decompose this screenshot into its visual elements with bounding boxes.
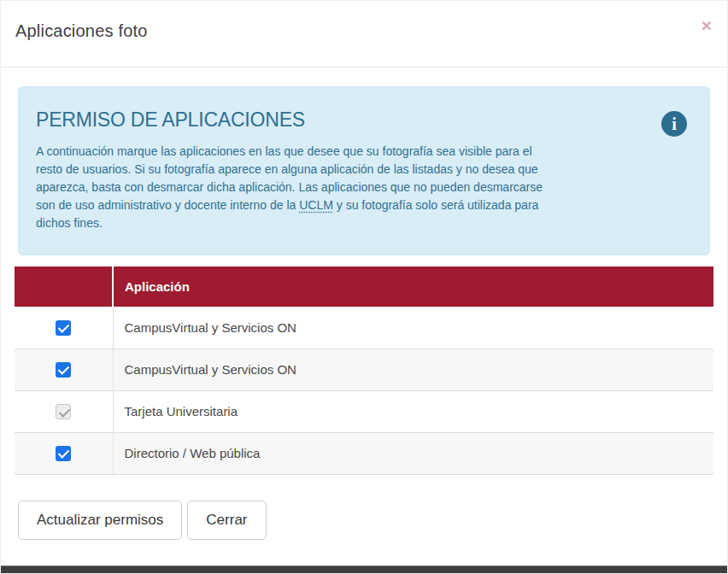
permissions-info-panel: PERMISO DE APLICACIONES A continuación m… [18, 86, 710, 255]
application-checkbox[interactable] [56, 320, 71, 336]
application-name: Directorio / Web pública [113, 432, 713, 474]
table-row: CampusVirtual y Servicios ON [15, 307, 713, 348]
modal-header: Aplicaciones foto × [1, 1, 727, 67]
application-column-header: Aplicación [113, 266, 713, 307]
checkbox-cell [15, 432, 113, 474]
checkbox-cell [15, 390, 113, 432]
application-name: CampusVirtual y Servicios ON [113, 307, 713, 348]
checkbox-cell [15, 307, 113, 348]
modal-footer: Actualizar permisos Cerrar [18, 501, 727, 540]
table-row: Tarjeta Universitaria [15, 390, 713, 432]
info-panel-text: A continuación marque las aplicaciones e… [36, 143, 547, 232]
close-button[interactable]: Cerrar [187, 501, 266, 540]
close-icon[interactable]: × [702, 16, 712, 34]
applications-table-body: CampusVirtual y Servicios ONCampusVirtua… [15, 307, 713, 474]
bottom-bar [1, 565, 727, 573]
application-checkbox[interactable] [56, 446, 71, 461]
update-permissions-button[interactable]: Actualizar permisos [18, 501, 182, 540]
application-name: Tarjeta Universitaria [113, 390, 713, 432]
checkbox-column-header [15, 266, 113, 307]
info-panel-heading: PERMISO DE APLICACIONES [36, 108, 690, 132]
checkbox-cell [15, 348, 113, 390]
applications-table: Aplicación CampusVirtual y Servicios ONC… [15, 266, 713, 475]
application-checkbox-disabled [56, 404, 71, 419]
table-row: Directorio / Web pública [15, 432, 713, 474]
application-name: CampusVirtual y Servicios ON [113, 348, 713, 390]
uclm-link[interactable]: UCLM [299, 198, 333, 212]
modal-title: Aplicaciones foto [15, 21, 710, 41]
table-row: CampusVirtual y Servicios ON [15, 348, 713, 390]
applications-table-header: Aplicación [15, 266, 713, 307]
info-icon: i [661, 111, 687, 137]
application-checkbox[interactable] [56, 362, 71, 378]
